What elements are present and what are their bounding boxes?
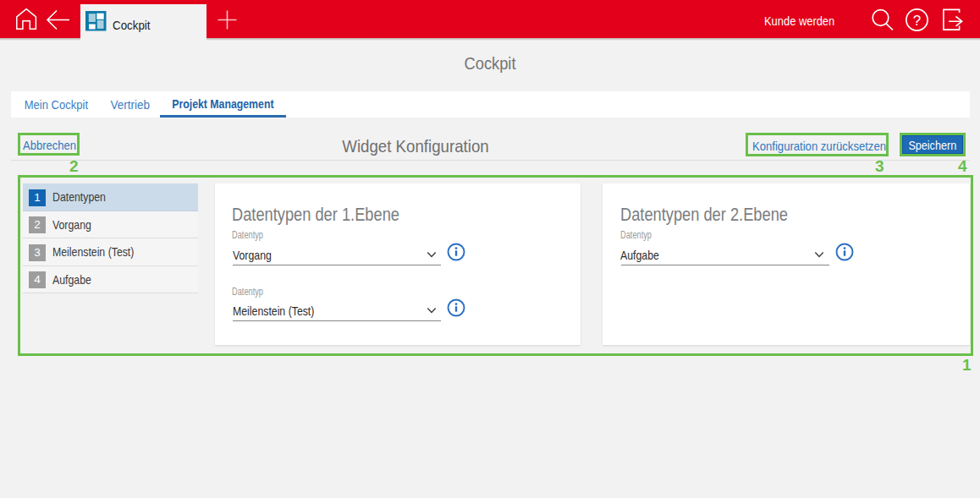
svg-text:?: ?	[913, 13, 921, 29]
